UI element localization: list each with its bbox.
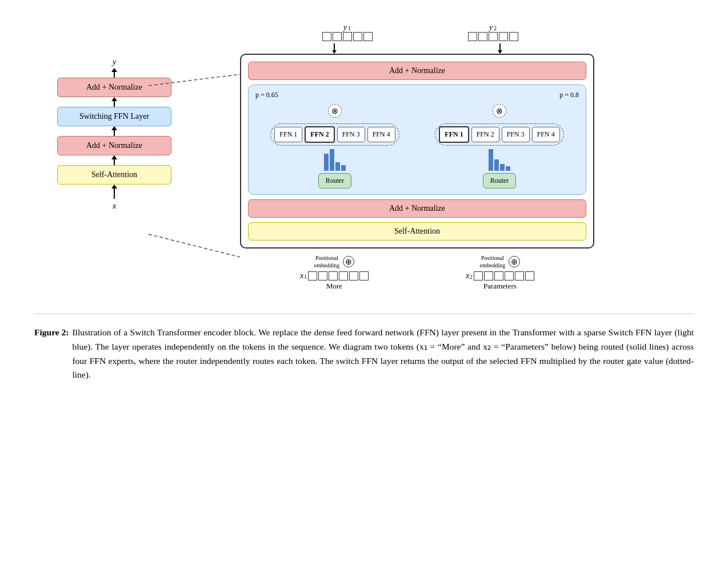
p-label-right: p = 0.8 xyxy=(559,91,579,99)
ffn-column-right: p = 0.8 ⊗ FFN 1 FFN 2 FFN 3 FFN 4 xyxy=(420,91,579,189)
bar-3-r xyxy=(500,164,505,171)
x2-tokens: x 2 xyxy=(466,271,534,280)
main-container: y Add + Normalize Switching FFN Layer Ad… xyxy=(11,11,717,394)
token-box xyxy=(308,271,317,280)
token-group-y1: y 1 xyxy=(322,23,373,41)
arrow-head xyxy=(111,68,117,72)
right-add-normalize-bottom: Add + Normalize xyxy=(248,199,586,218)
token-box xyxy=(359,271,369,280)
token-box xyxy=(499,32,508,41)
router-left: Router xyxy=(318,173,352,189)
left-add-normalize-top: Add + Normalize xyxy=(57,78,171,97)
ffn-box-1-left: FFN 1 xyxy=(274,127,302,142)
token-box xyxy=(505,271,514,280)
left-diag-inner: y Add + Normalize Switching FFN Layer Ad… xyxy=(57,57,171,211)
arrow-y2-down xyxy=(498,43,502,54)
caption-text: Illustration of a Switch Transformer enc… xyxy=(72,326,694,382)
x1-label-group: x 1 xyxy=(300,271,307,280)
y2-label: y xyxy=(489,23,493,32)
arrow-head-2 xyxy=(111,97,117,101)
token-box xyxy=(515,271,524,280)
arrow-5 xyxy=(111,185,117,199)
token-box xyxy=(322,32,331,41)
token-box xyxy=(339,271,348,280)
divider xyxy=(34,314,694,314)
x1-char: x xyxy=(300,271,303,280)
bar-2-r xyxy=(494,159,499,171)
ffn-dashed-oval-right: FFN 1 FFN 2 FFN 3 FFN 4 xyxy=(435,123,563,146)
input-tokens-row: Positional embedding ⊕ x 1 xyxy=(251,254,583,291)
arrow-y1-down xyxy=(333,43,337,54)
ffn-row-left: ⊗ xyxy=(328,102,342,120)
token-box xyxy=(333,32,342,41)
ffn-row-right: ⊗ xyxy=(420,102,579,120)
switching-ffn-area: p = 0.65 ⊗ FFN 1 FFN 2 FFN 3 FFN 4 xyxy=(248,85,586,195)
ffn-box-4-right: FFN 4 xyxy=(532,127,560,142)
arrow-to-top-add-norm xyxy=(111,68,117,78)
arrow-4 xyxy=(111,155,117,165)
ffn-box-3-right: FFN 3 xyxy=(502,127,530,142)
top-arrows xyxy=(251,43,583,54)
ffn-column-left: p = 0.65 ⊗ FFN 1 FFN 2 FFN 3 FFN 4 xyxy=(255,91,414,189)
token-box xyxy=(349,271,358,280)
token-box xyxy=(468,32,477,41)
x2-char: x xyxy=(466,271,469,280)
left-y-label: y xyxy=(113,57,117,67)
arrow-line-5 xyxy=(114,189,115,199)
token-box xyxy=(329,271,338,280)
x2-label-group: x 2 xyxy=(466,271,473,280)
pos-embed-left: Positional embedding xyxy=(314,254,339,269)
otimes-left: ⊗ xyxy=(328,104,342,118)
bar-chart-right xyxy=(489,148,510,171)
left-self-attention: Self-Attention xyxy=(57,165,171,185)
line-y1 xyxy=(334,43,335,50)
ffn-box-3-left: FFN 3 xyxy=(337,127,365,142)
token-box xyxy=(489,32,498,41)
plus-circle-right: ⊕ xyxy=(509,256,520,267)
arrow-line-2 xyxy=(114,101,115,107)
right-add-normalize-top: Add + Normalize xyxy=(248,62,586,80)
arrow-line xyxy=(114,72,115,78)
arrow-line-3 xyxy=(114,130,115,136)
token-box xyxy=(494,271,503,280)
bar-1 xyxy=(324,154,329,171)
input-group-x1: Positional embedding ⊕ x 1 xyxy=(300,254,369,291)
plus-circle-left: ⊕ xyxy=(343,256,354,267)
y2-token-boxes xyxy=(468,32,518,41)
svg-line-1 xyxy=(149,234,240,257)
bar-1-r xyxy=(489,149,493,171)
left-add-normalize-bottom: Add + Normalize xyxy=(57,136,171,155)
token-group-y2: y 2 xyxy=(468,23,518,41)
y2-sub: 2 xyxy=(494,25,497,31)
token-box xyxy=(343,32,352,41)
ffn-box-2-right: FFN 2 xyxy=(471,127,499,142)
right-diagram-wrapper: y 1 y 2 xyxy=(240,23,594,291)
right-outer-box: Add + Normalize p = 0.65 ⊗ FFN 1 FFN xyxy=(240,54,594,249)
bar-4 xyxy=(341,165,346,171)
bar-2 xyxy=(330,149,334,171)
x2-token-boxes xyxy=(474,271,534,280)
pos-embed-right: Positional embedding xyxy=(480,254,505,269)
token-box xyxy=(474,271,483,280)
x2-subscript: 2 xyxy=(470,274,473,280)
diagrams-row: y Add + Normalize Switching FFN Layer Ad… xyxy=(34,23,694,291)
line-y2 xyxy=(499,43,501,50)
token-box xyxy=(318,271,327,280)
bar-3 xyxy=(335,162,340,171)
arrow-3 xyxy=(111,126,117,136)
y1-label: y xyxy=(343,23,347,32)
router-right: Router xyxy=(483,173,517,189)
arrow-2 xyxy=(111,97,117,107)
caption: Figure 2: Illustration of a Switch Trans… xyxy=(34,326,694,382)
output-tokens-row: y 1 y 2 xyxy=(251,23,583,41)
y1-token-boxes xyxy=(322,32,373,41)
x1-token-boxes xyxy=(308,271,369,280)
x1-with-embed: Positional embedding ⊕ xyxy=(314,254,354,269)
x1-subscript: 1 xyxy=(304,274,307,280)
token-box xyxy=(478,32,487,41)
ffn-box-4-left: FFN 4 xyxy=(367,127,395,142)
bar-4-r xyxy=(506,166,510,171)
left-switching-ffn: Switching FFN Layer xyxy=(57,107,171,126)
arrow-head-3 xyxy=(111,126,117,130)
input-group-x2: Positional embedding ⊕ x 2 xyxy=(466,254,534,291)
